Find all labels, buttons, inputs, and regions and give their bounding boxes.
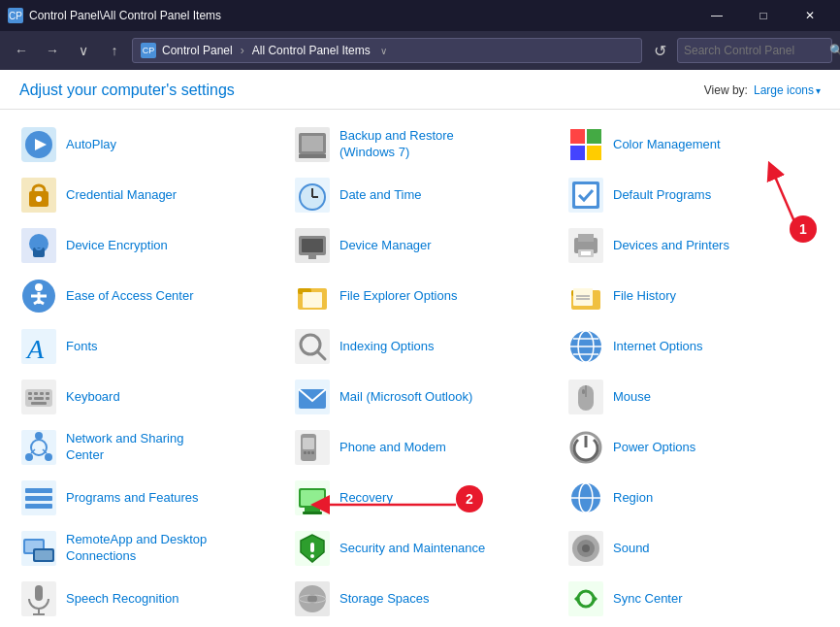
power-options-label: Power Options — [613, 440, 695, 456]
svg-rect-66 — [40, 392, 44, 395]
svg-text:A: A — [25, 334, 45, 364]
programs-features-label: Programs and Features — [66, 490, 199, 507]
keyboard-label: Keyboard — [66, 389, 120, 406]
grid-item-region[interactable]: Region — [557, 473, 830, 523]
search-box[interactable]: 🔍 — [677, 38, 832, 63]
credential-manager-label: Credential Manager — [66, 187, 177, 204]
storage-spaces-icon — [295, 581, 330, 616]
grid-item-internet-options[interactable]: Internet Options — [557, 321, 830, 372]
internet-options-icon — [568, 329, 603, 364]
dropdown-button[interactable]: ∨ — [70, 37, 97, 64]
devices-printers-icon — [568, 228, 603, 263]
grid-item-device-encryption[interactable]: Device Encryption — [10, 220, 283, 271]
grid-item-speech-recognition[interactable]: Speech Recognition — [10, 574, 283, 624]
grid-item-sound[interactable]: Sound — [557, 523, 830, 574]
svg-rect-30 — [308, 255, 316, 259]
svg-rect-22 — [575, 184, 597, 206]
grid-item-file-history[interactable]: File History — [557, 271, 830, 321]
grid-item-mail[interactable]: Mail (Microsoft Outlook) — [283, 372, 557, 422]
grid-item-indexing-options[interactable]: Indexing Options — [283, 321, 557, 372]
grid-item-storage-spaces[interactable]: Storage Spaces — [283, 574, 557, 624]
security-maintenance-icon — [295, 531, 330, 566]
breadcrumb-items: All Control Panel Items — [252, 44, 371, 57]
up-button[interactable]: ↑ — [101, 37, 128, 64]
view-by-control: View by: Large icons ▾ — [704, 83, 821, 97]
backup-restore-label: Backup and Restore (Windows 7) — [339, 128, 454, 161]
indexing-options-label: Indexing Options — [339, 339, 435, 355]
grid-item-programs-features[interactable]: Programs and Features — [10, 473, 283, 523]
fonts-icon: A — [21, 329, 56, 364]
svg-rect-8 — [570, 129, 585, 144]
svg-rect-110 — [35, 550, 52, 560]
grid-item-remoteapp[interactable]: RemoteApp and Desktop Connections — [10, 523, 283, 574]
network-sharing-label: Network and Sharing Center — [66, 431, 183, 464]
svg-point-120 — [582, 544, 590, 552]
view-by-dropdown-icon: ▾ — [816, 85, 821, 96]
grid-item-recovery[interactable]: Recovery — [283, 473, 557, 523]
grid-item-fonts[interactable]: AFonts — [10, 321, 283, 372]
svg-rect-71 — [31, 402, 47, 405]
sound-label: Sound — [613, 541, 650, 557]
refresh-button[interactable]: ↺ — [646, 37, 673, 64]
grid-item-color-management[interactable]: Color Management — [557, 119, 830, 170]
grid-item-devices-printers[interactable]: Devices and Printers — [557, 220, 830, 271]
device-encryption-label: Device Encryption — [66, 238, 168, 254]
recovery-label: Recovery — [339, 490, 393, 507]
svg-rect-90 — [307, 451, 310, 454]
svg-rect-45 — [303, 292, 322, 308]
ease-of-access-icon — [21, 279, 56, 314]
sound-icon — [568, 531, 603, 566]
autoplay-icon — [21, 127, 56, 162]
svg-rect-91 — [311, 451, 314, 454]
grid-item-default-programs[interactable]: Default Programs — [557, 170, 830, 220]
date-time-label: Date and Time — [339, 187, 422, 204]
close-button[interactable]: ✕ — [788, 0, 832, 31]
grid-item-sync-center[interactable]: Sync Center — [557, 574, 830, 624]
color-management-icon — [568, 127, 603, 162]
grid-item-mouse[interactable]: Mouse — [557, 372, 830, 422]
svg-rect-97 — [25, 504, 52, 509]
power-options-icon — [568, 430, 603, 465]
back-button[interactable]: ← — [8, 37, 35, 64]
speech-recognition-label: Speech Recognition — [66, 591, 178, 608]
breadcrumb-chevron[interactable]: ∨ — [380, 46, 387, 56]
grid-item-autoplay[interactable]: AutoPlay — [10, 119, 283, 170]
keyboard-icon — [21, 380, 56, 414]
minimize-button[interactable]: — — [695, 0, 739, 31]
grid-item-date-time[interactable]: Date and Time — [283, 170, 557, 220]
svg-rect-129 — [568, 581, 603, 616]
forward-button[interactable]: → — [39, 37, 66, 64]
grid-item-phone-modem[interactable]: Phone and Modem — [283, 422, 557, 473]
grid-item-power-options[interactable]: Power Options — [557, 422, 830, 473]
address-bar: ← → ∨ ↑ CP Control Panel › All Control P… — [0, 31, 840, 70]
grid-item-credential-manager[interactable]: Credential Manager — [10, 170, 283, 220]
maximize-button[interactable]: □ — [741, 0, 786, 31]
indexing-options-icon — [295, 329, 330, 364]
grid-item-ease-of-access[interactable]: Ease of Access Center — [10, 271, 283, 321]
svg-rect-67 — [46, 392, 49, 395]
svg-rect-10 — [570, 146, 585, 160]
fonts-label: Fonts — [66, 339, 98, 355]
security-maintenance-label: Security and Maintenance — [339, 541, 485, 557]
svg-rect-11 — [587, 146, 601, 160]
device-manager-label: Device Manager — [339, 238, 432, 254]
grid-item-backup-restore[interactable]: Backup and Restore (Windows 7) — [283, 119, 557, 170]
view-by-value[interactable]: Large icons ▾ — [754, 83, 821, 97]
file-history-label: File History — [613, 288, 676, 305]
app-icon: CP — [8, 8, 23, 23]
svg-rect-100 — [301, 490, 324, 506]
grid-item-network-sharing[interactable]: Network and Sharing Center — [10, 422, 283, 473]
svg-point-81 — [25, 453, 33, 461]
svg-rect-29 — [302, 239, 323, 252]
grid-item-device-manager[interactable]: Device Manager — [283, 220, 557, 271]
address-field[interactable]: CP Control Panel › All Control Panel Ite… — [132, 38, 642, 63]
svg-rect-6 — [299, 154, 326, 158]
date-time-icon — [295, 178, 330, 213]
default-programs-label: Default Programs — [613, 187, 711, 204]
svg-rect-70 — [46, 397, 49, 400]
grid-item-file-explorer[interactable]: File Explorer Options — [283, 271, 557, 321]
grid-item-keyboard[interactable]: Keyboard — [10, 372, 283, 422]
region-icon — [568, 480, 603, 515]
search-input[interactable] — [684, 44, 829, 57]
grid-item-security-maintenance[interactable]: Security and Maintenance — [283, 523, 557, 574]
